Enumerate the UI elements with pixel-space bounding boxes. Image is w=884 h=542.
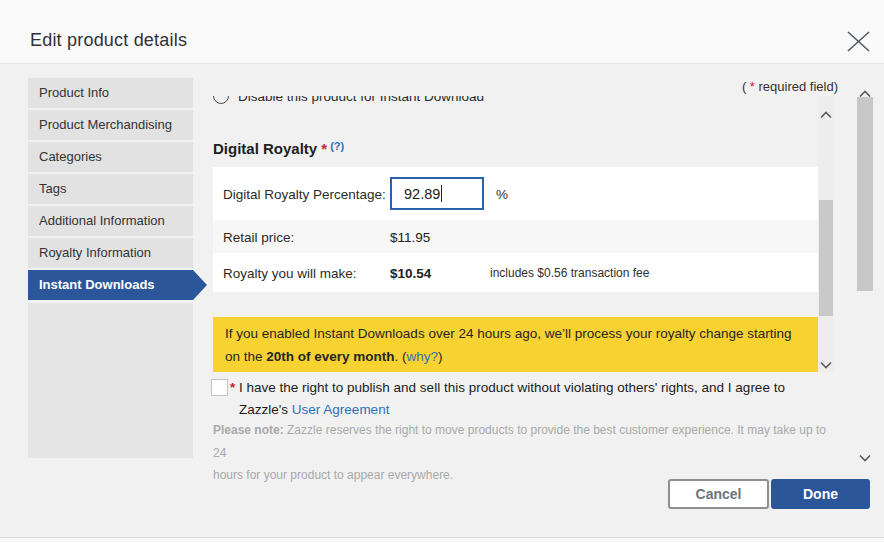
- content-scroll-up-icon[interactable]: [820, 105, 832, 113]
- retail-price-label: Retail price:: [223, 229, 294, 244]
- sidebar-item-royalty-information[interactable]: Royalty Information: [28, 238, 193, 268]
- digital-royalty-required-asterisk: *: [321, 140, 327, 157]
- agreement-line2-pre: Zazzle's: [239, 402, 292, 417]
- royalty-card: Digital Royalty Percentage: 92.89 % Reta…: [213, 167, 818, 292]
- sidebar-item-product-merchandising[interactable]: Product Merchandising: [28, 110, 193, 140]
- required-note-open: (: [742, 79, 750, 94]
- cancel-button[interactable]: Cancel: [668, 479, 769, 509]
- dialog-scrollbar[interactable]: [855, 78, 875, 464]
- notice-line2-end: ): [438, 349, 443, 364]
- royalty-row: Royalty you will make: $10.54 includes $…: [213, 253, 818, 292]
- done-button[interactable]: Done: [771, 479, 870, 509]
- help-icon[interactable]: (?): [330, 140, 344, 152]
- notice-line2: on the 20th of every month. (why?): [225, 346, 806, 369]
- notice-line2-mid: . (: [395, 349, 407, 364]
- text-caret: [441, 185, 442, 202]
- content-scrollbar[interactable]: [818, 96, 834, 372]
- required-note-text: required field): [755, 79, 838, 94]
- notice-line2-pre: on the: [225, 349, 266, 364]
- dialog-scroll-down-icon[interactable]: [859, 448, 871, 456]
- royalty-change-notice: If you enabled Instant Downloads over 24…: [213, 317, 818, 372]
- digital-royalty-heading: Digital Royalty *(?): [213, 140, 344, 157]
- agreement-line2: Zazzle's User Agreement: [239, 399, 819, 421]
- sidebar-item-additional-information[interactable]: Additional Information: [28, 206, 193, 236]
- royalty-label: Royalty you will make:: [223, 265, 357, 280]
- notice-line2-bold: 20th of every month: [266, 349, 394, 364]
- sidebar-item-categories[interactable]: Categories: [28, 142, 193, 172]
- why-link[interactable]: why?: [407, 349, 439, 364]
- rights-agreement-checkbox[interactable]: [211, 379, 228, 396]
- scroll-viewport: Disable this product for Instant Downloa…: [213, 96, 818, 372]
- dialog-scroll-up-icon[interactable]: [859, 84, 871, 92]
- please-note-bold: Please note:: [213, 423, 284, 437]
- sidebar-item-tags[interactable]: Tags: [28, 174, 193, 204]
- disable-instant-download-label: Disable this product for Instant Downloa…: [238, 96, 484, 104]
- content-scroll-down-icon[interactable]: [820, 355, 832, 363]
- content-scrollbar-thumb[interactable]: [819, 200, 833, 316]
- sidebar-item-instant-downloads[interactable]: Instant Downloads: [28, 270, 193, 300]
- retail-price-row: Retail price: $11.95: [213, 220, 818, 253]
- dialog-scrollbar-thumb[interactable]: [857, 97, 873, 291]
- agreement-line1-text: I have the right to publish and sell thi…: [239, 380, 785, 395]
- sidebar-item-product-info[interactable]: Product Info: [28, 78, 193, 108]
- royalty-value: $10.54: [390, 265, 431, 280]
- page-title: Edit product details: [30, 30, 187, 51]
- digital-royalty-percentage-input[interactable]: 92.89: [390, 177, 484, 210]
- edit-product-details-dialog: Edit product details Product Info Produc…: [0, 0, 884, 542]
- notice-line1: If you enabled Instant Downloads over 24…: [225, 323, 806, 346]
- user-agreement-link[interactable]: User Agreement: [292, 402, 390, 417]
- close-icon[interactable]: [846, 29, 872, 55]
- please-note-line1-text: Zazzle reserves the right to move produc…: [213, 423, 826, 460]
- digital-royalty-heading-text: Digital Royalty: [213, 140, 317, 157]
- rights-agreement-text: *I have the right to publish and sell th…: [239, 377, 819, 420]
- percentage-value: 92.89: [404, 186, 440, 202]
- agreement-line1: *I have the right to publish and sell th…: [239, 377, 819, 399]
- sidebar-filler: [28, 303, 193, 458]
- percent-sign: %: [496, 186, 508, 201]
- agreement-required-asterisk: *: [230, 377, 235, 399]
- required-field-note: ( * required field): [742, 79, 838, 94]
- disable-instant-download-option[interactable]: Disable this product for Instant Downloa…: [213, 96, 484, 104]
- bottom-strip: [0, 538, 884, 542]
- percentage-label: Digital Royalty Percentage:: [223, 186, 386, 201]
- disable-instant-download-radio[interactable]: [213, 96, 229, 104]
- please-note-line1: Please note: Zazzle reserves the right t…: [213, 419, 838, 464]
- sidebar: Product Info Product Merchandising Categ…: [28, 78, 193, 458]
- retail-price-value: $11.95: [390, 229, 430, 244]
- percentage-row: Digital Royalty Percentage: 92.89 %: [213, 167, 818, 220]
- transaction-fee-note: includes $0.56 transaction fee: [490, 266, 649, 280]
- please-note-text: Please note: Zazzle reserves the right t…: [213, 419, 838, 487]
